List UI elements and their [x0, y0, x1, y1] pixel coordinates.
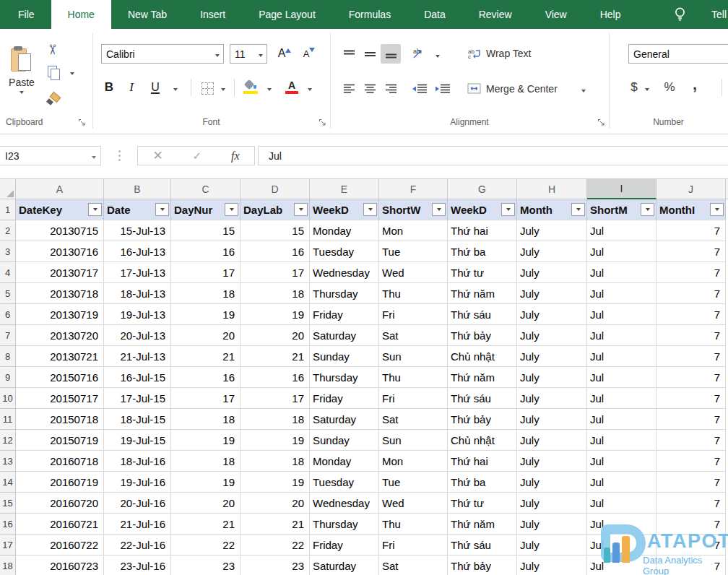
row-header-1[interactable]: 1 [0, 199, 16, 220]
filter-button-A[interactable] [88, 203, 102, 216]
cell-B8[interactable]: 21-Jul-13 [104, 346, 171, 367]
font-size-select[interactable]: 11 [230, 44, 267, 64]
bold-button[interactable]: B [101, 78, 117, 97]
font-dialog-launcher-icon[interactable] [318, 117, 326, 125]
cell-G9[interactable]: Thứ năm [448, 367, 517, 388]
wrap-text-button[interactable]: abc Wrap Text [467, 45, 532, 62]
filter-button-D[interactable] [294, 203, 308, 216]
cell-H5[interactable]: July [517, 283, 587, 304]
column-header-I[interactable]: I [587, 179, 656, 199]
cell-H18[interactable]: July [517, 555, 587, 575]
comma-style-button[interactable]: , [690, 75, 700, 94]
cell-C9[interactable]: 16 [171, 367, 240, 388]
cell-F16[interactable]: Thu [379, 514, 448, 535]
cell-A17[interactable]: 20160722 [16, 535, 104, 555]
cell-G13[interactable]: Thứ hai [448, 451, 517, 472]
cell-A8[interactable]: 20130721 [16, 346, 104, 367]
cell-B4[interactable]: 17-Jul-13 [104, 262, 171, 283]
cell-E6[interactable]: Friday [310, 304, 379, 325]
column-header-A[interactable]: A [16, 179, 104, 199]
cell-E17[interactable]: Friday [310, 535, 379, 555]
cell-D18[interactable]: 23 [240, 555, 310, 575]
cell-D8[interactable]: 21 [240, 346, 310, 367]
cell-D13[interactable]: 18 [240, 451, 310, 472]
filter-button-J[interactable] [710, 203, 724, 216]
formula-bar-drag-handle[interactable] [118, 150, 121, 161]
number-format-select[interactable]: General [628, 44, 728, 64]
cell-E18[interactable]: Saturday [310, 555, 379, 575]
cell-I17[interactable]: Jul [587, 535, 656, 555]
cell-G12[interactable]: Chủ nhật [448, 430, 517, 451]
header-cell-I1[interactable]: ShortM [587, 199, 656, 220]
cell-I9[interactable]: Jul [587, 367, 656, 388]
cell-B15[interactable]: 20-Jul-16 [104, 493, 171, 514]
cell-F15[interactable]: Wed [379, 493, 448, 514]
name-box[interactable]: I23 [0, 146, 101, 165]
cell-E15[interactable]: Wednesday [310, 493, 379, 514]
fill-color-dropdown-icon[interactable] [267, 88, 272, 93]
header-cell-G1[interactable]: WeekD [448, 199, 517, 220]
cell-H16[interactable]: July [517, 514, 587, 535]
cell-J5[interactable]: 7 [656, 283, 726, 304]
cell-G17[interactable]: Thứ sáu [448, 535, 517, 555]
row-header-12[interactable]: 12 [0, 430, 16, 451]
cell-H9[interactable]: July [517, 367, 587, 388]
cell-B12[interactable]: 19-Jul-15 [104, 430, 171, 451]
cell-H13[interactable]: July [517, 451, 587, 472]
cell-C2[interactable]: 15 [171, 220, 240, 241]
cell-I6[interactable]: Jul [587, 304, 656, 325]
cell-B18[interactable]: 23-Jul-16 [104, 555, 171, 575]
cell-J6[interactable]: 7 [656, 304, 726, 325]
header-cell-F1[interactable]: ShortW [379, 199, 448, 220]
cell-D4[interactable]: 17 [240, 262, 310, 283]
cell-B11[interactable]: 18-Jul-15 [104, 409, 171, 430]
borders-button[interactable] [199, 79, 215, 97]
cell-C12[interactable]: 19 [171, 430, 240, 451]
cell-E9[interactable]: Thursday [310, 367, 379, 388]
row-header-5[interactable]: 5 [0, 283, 16, 304]
tab-formulas[interactable]: Formulas [332, 0, 407, 29]
cell-I18[interactable]: Jul [587, 555, 656, 575]
filter-button-F[interactable] [432, 203, 446, 216]
cell-D6[interactable]: 19 [240, 304, 310, 325]
cell-E7[interactable]: Saturday [310, 325, 379, 346]
cell-B9[interactable]: 16-Jul-15 [104, 367, 171, 388]
column-header-F[interactable]: F [379, 179, 448, 199]
cell-D7[interactable]: 20 [240, 325, 310, 346]
underline-button[interactable]: U [147, 78, 163, 97]
cell-J13[interactable]: 7 [656, 451, 726, 472]
header-cell-E1[interactable]: WeekD [310, 199, 379, 220]
column-header-G[interactable]: G [448, 179, 517, 199]
tab-insert[interactable]: Insert [183, 0, 242, 29]
cell-F8[interactable]: Sun [379, 346, 448, 367]
cell-D12[interactable]: 19 [240, 430, 310, 451]
insert-function-icon[interactable]: fx [231, 150, 240, 163]
cell-D11[interactable]: 18 [240, 409, 310, 430]
decrease-font-size-button[interactable]: A [298, 45, 315, 62]
cell-J11[interactable]: 7 [656, 409, 726, 430]
cell-A16[interactable]: 20160721 [16, 514, 104, 535]
cell-B14[interactable]: 19-Jul-16 [104, 472, 171, 493]
cell-A6[interactable]: 20130719 [16, 304, 104, 325]
filter-button-B[interactable] [155, 203, 169, 216]
cell-E12[interactable]: Sunday [310, 430, 379, 451]
cell-C15[interactable]: 20 [171, 493, 240, 514]
align-center-button[interactable] [361, 81, 378, 97]
underline-dropdown-icon[interactable] [173, 88, 178, 93]
cell-I12[interactable]: Jul [587, 430, 656, 451]
header-cell-H1[interactable]: Month [517, 199, 587, 220]
row-header-7[interactable]: 7 [0, 325, 16, 346]
cell-E11[interactable]: Saturday [310, 409, 379, 430]
row-header-8[interactable]: 8 [0, 346, 16, 367]
cell-B17[interactable]: 22-Jul-16 [104, 535, 171, 555]
cell-J9[interactable]: 7 [656, 367, 726, 388]
tab-view[interactable]: View [529, 0, 584, 29]
cell-H4[interactable]: July [517, 262, 587, 283]
row-header-10[interactable]: 10 [0, 388, 16, 409]
cell-G11[interactable]: Thứ bảy [448, 409, 517, 430]
align-right-button[interactable] [382, 81, 399, 97]
cell-I13[interactable]: Jul [587, 451, 656, 472]
cell-F10[interactable]: Fri [379, 388, 448, 409]
cell-F5[interactable]: Thu [379, 283, 448, 304]
cell-B6[interactable]: 19-Jul-13 [104, 304, 171, 325]
